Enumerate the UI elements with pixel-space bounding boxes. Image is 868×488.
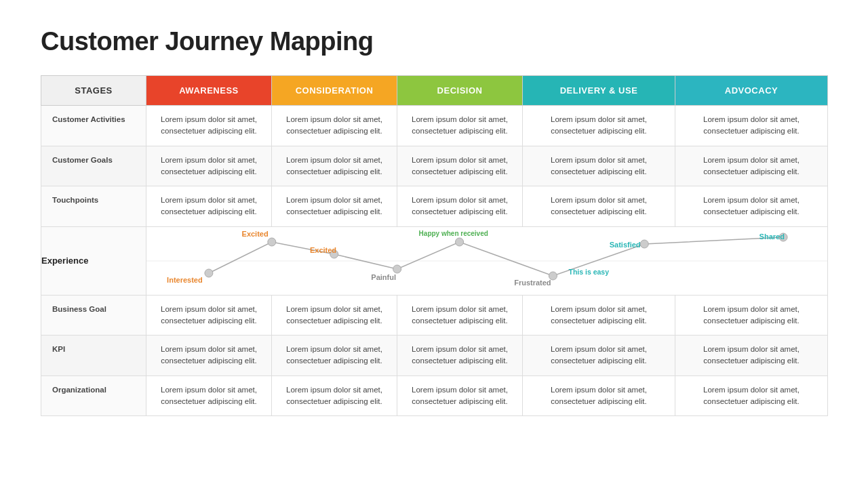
th-delivery: DELIVERY & USE [523, 76, 675, 106]
cell: Lorem ipsum dolor sit amet, consectetuer… [523, 375, 675, 416]
row-label-org: Organizational [41, 375, 146, 416]
cell: Lorem ipsum dolor sit amet, consectetuer… [523, 336, 675, 376]
page-title: Customer Journey Mapping [41, 27, 827, 56]
experience-chart: Interested Excited Excited Painful Happy… [146, 227, 827, 295]
cell: Lorem ipsum dolor sit amet, consectetuer… [523, 146, 675, 186]
th-stages: STAGES [41, 76, 146, 106]
th-consideration: CONSIDERATION [272, 76, 397, 106]
cell: Lorem ipsum dolor sit amet, consectetuer… [146, 186, 272, 227]
row-label-activities: Customer Activities [41, 106, 146, 146]
cell: Lorem ipsum dolor sit amet, consectetuer… [523, 295, 675, 336]
emotion-satisfied: Satisfied [610, 241, 641, 249]
emotion-happy: Happy when received [419, 230, 488, 238]
header-row: STAGES AWARENESS CONSIDERATION DECISION … [41, 76, 828, 106]
row-label-touchpoints: Touchpoints [41, 186, 146, 227]
cell: Lorem ipsum dolor sit amet, consectetuer… [272, 186, 397, 227]
table-row: KPI Lorem ipsum dolor sit amet, consecte… [41, 336, 828, 376]
cell: Lorem ipsum dolor sit amet, consectetuer… [675, 336, 828, 376]
table-row: Customer Goals Lorem ipsum dolor sit ame… [41, 146, 828, 186]
table-row: Customer Activities Lorem ipsum dolor si… [41, 106, 828, 146]
table-row: Organizational Lorem ipsum dolor sit ame… [41, 375, 828, 416]
svg-point-5 [456, 238, 464, 246]
row-label-experience: Experience [41, 226, 146, 295]
experience-row: Experience [41, 226, 828, 295]
cell: Lorem ipsum dolor sit amet, consectetuer… [675, 375, 828, 416]
cell: Lorem ipsum dolor sit amet, consectetuer… [675, 106, 828, 146]
cell: Lorem ipsum dolor sit amet, consectetuer… [397, 295, 523, 336]
cell: Lorem ipsum dolor sit amet, consectetuer… [272, 295, 397, 336]
svg-point-7 [640, 240, 648, 248]
cell: Lorem ipsum dolor sit amet, consectetuer… [397, 375, 523, 416]
emotion-excited1: Excited [242, 230, 269, 238]
table-row: Touchpoints Lorem ipsum dolor sit amet, … [41, 186, 828, 227]
page: { "title": "Customer Journey Mapping", "… [0, 0, 868, 488]
emotion-frustrated: Frustrated [514, 279, 551, 287]
th-awareness: AWARENESS [146, 76, 272, 106]
row-label-bizgoal: Business Goal [41, 295, 146, 336]
cell: Lorem ipsum dolor sit amet, consectetuer… [272, 336, 397, 376]
row-label-goals: Customer Goals [41, 146, 146, 186]
emotion-excited2: Excited [310, 246, 336, 254]
th-decision: DECISION [397, 76, 523, 106]
cell: Lorem ipsum dolor sit amet, consectetuer… [523, 106, 675, 146]
cell: Lorem ipsum dolor sit amet, consectetuer… [397, 336, 523, 376]
cell: Lorem ipsum dolor sit amet, consectetuer… [675, 295, 828, 336]
row-label-kpi: KPI [41, 336, 146, 376]
cell: Lorem ipsum dolor sit amet, consectetuer… [272, 146, 397, 186]
cell: Lorem ipsum dolor sit amet, consectetuer… [397, 106, 523, 146]
cell: Lorem ipsum dolor sit amet, consectetuer… [272, 375, 397, 416]
cell: Lorem ipsum dolor sit amet, consectetuer… [272, 106, 397, 146]
svg-point-1 [205, 269, 213, 277]
th-advocacy: ADVOCACY [675, 76, 828, 106]
cell: Lorem ipsum dolor sit amet, consectetuer… [523, 186, 675, 227]
svg-point-2 [268, 238, 276, 246]
cell: Lorem ipsum dolor sit amet, consectetuer… [397, 146, 523, 186]
this-is-easy-label: This is easy [568, 268, 609, 276]
table-row: Business Goal Lorem ipsum dolor sit amet… [41, 295, 828, 336]
experience-chart-cell: Interested Excited Excited Painful Happy… [146, 226, 828, 295]
emotion-interested: Interested [167, 276, 203, 284]
cell: Lorem ipsum dolor sit amet, consectetuer… [146, 295, 272, 336]
cell: Lorem ipsum dolor sit amet, consectetuer… [397, 186, 523, 227]
emotion-shared: Shared [760, 232, 785, 241]
cell: Lorem ipsum dolor sit amet, consectetuer… [146, 336, 272, 376]
cell: Lorem ipsum dolor sit amet, consectetuer… [146, 375, 272, 416]
cell: Lorem ipsum dolor sit amet, consectetuer… [146, 146, 272, 186]
cell: Lorem ipsum dolor sit amet, consectetuer… [675, 186, 828, 227]
svg-point-4 [393, 265, 401, 273]
cell: Lorem ipsum dolor sit amet, consectetuer… [146, 106, 272, 146]
cell: Lorem ipsum dolor sit amet, consectetuer… [675, 146, 828, 186]
journey-table: STAGES AWARENESS CONSIDERATION DECISION … [41, 75, 828, 416]
emotion-painful: Painful [371, 273, 396, 281]
